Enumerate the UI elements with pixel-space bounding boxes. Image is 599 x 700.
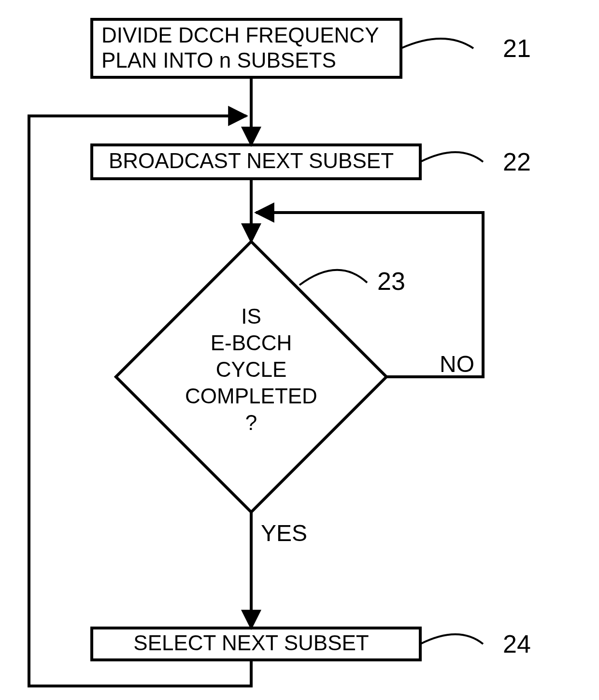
n21-l1: DIVIDE DCCH FREQUENCY: [101, 23, 379, 47]
leader-21: [401, 39, 473, 48]
ref-23: 23: [377, 267, 405, 295]
n23-l4: COMPLETED: [185, 384, 317, 408]
n23-l1: IS: [241, 304, 261, 328]
ref-24: 24: [503, 630, 531, 658]
ref-21: 21: [503, 34, 531, 62]
leader-22: [420, 152, 483, 162]
leader-23: [300, 270, 367, 285]
n24-l1: SELECT NEXT SUBSET: [133, 631, 369, 655]
n23-l5: ?: [245, 411, 257, 434]
label-no: NO: [440, 351, 474, 377]
flowchart: DIVIDE DCCH FREQUENCY PLAN INTO n SUBSET…: [0, 0, 599, 700]
n23-l2: E-BCCH: [211, 331, 292, 355]
n21-l2: PLAN INTO n SUBSETS: [101, 48, 336, 72]
n22-l1: BROADCAST NEXT SUBSET: [109, 149, 394, 172]
label-yes: YES: [261, 520, 307, 546]
leader-24: [420, 634, 483, 644]
n23-l3: CYCLE: [216, 357, 287, 381]
ref-22: 22: [503, 148, 531, 176]
